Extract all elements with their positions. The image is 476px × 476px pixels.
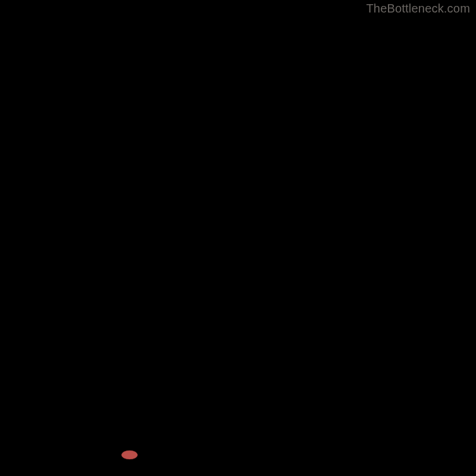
chart-frame: TheBottleneck.com [0,0,476,476]
watermark-text: TheBottleneck.com [366,2,470,15]
plot-area [17,17,459,459]
